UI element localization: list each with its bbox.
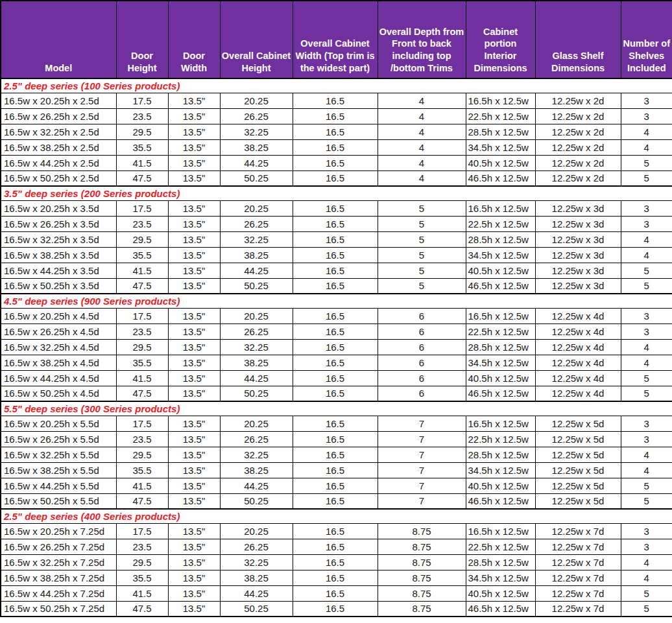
cell: 5	[621, 263, 672, 278]
cell: 35.5	[116, 462, 168, 478]
cell: 13.5"	[168, 386, 220, 401]
cell: 16.5	[293, 247, 378, 263]
section-title: 5.5" deep series (300 Series products)	[1, 401, 672, 416]
column-header-interior-dimensions: Cabinet portion Interior Dimensions	[466, 1, 535, 78]
header-row: Model Door Height Door Width Overall Cab…	[1, 1, 672, 78]
cell: 16.5w x 32.25h x 5.5d	[1, 447, 116, 462]
cell: 50.25	[220, 493, 293, 509]
cell: 16.5	[293, 339, 378, 355]
cell: 13.5"	[168, 308, 220, 323]
cell: 12.25w x 2d	[535, 170, 621, 186]
cell: 5	[621, 493, 672, 509]
cell: 13.5"	[168, 155, 220, 170]
table-row: 16.5w x 32.25h x 4.5d29.513.5"32.2516.56…	[1, 339, 672, 355]
cell: 29.5	[116, 554, 168, 570]
table-row: 16.5w x 38.25h x 5.5d35.513.5"38.2516.57…	[1, 462, 672, 478]
cell: 23.5	[116, 539, 168, 554]
cell: 16.5w x 44.25h x 4.5d	[1, 370, 116, 386]
cell: 13.5"	[168, 601, 220, 617]
cell: 16.5	[293, 155, 378, 170]
cell: 16.5	[293, 447, 378, 462]
cell: 16.5w x 50.25h x 7.25d	[1, 601, 116, 617]
cell: 50.25	[220, 278, 293, 294]
cell: 38.25	[220, 355, 293, 370]
cell: 4	[621, 124, 672, 139]
section-row: 5.5" deep series (300 Series products)	[1, 401, 672, 416]
cell: 44.25	[220, 155, 293, 170]
cell: 38.25	[220, 247, 293, 263]
cell: 41.5	[116, 155, 168, 170]
cell: 16.5	[293, 278, 378, 294]
cell: 40.5h x 12.5w	[466, 585, 535, 601]
cell: 12.25w x 3d	[535, 200, 621, 216]
cell: 12.25w x 5d	[535, 416, 621, 431]
cell: 44.25	[220, 263, 293, 278]
cell: 5	[621, 278, 672, 294]
cell: 16.5w x 26.25h x 4.5d	[1, 323, 116, 339]
table-row: 16.5w x 50.25h x 5.5d47.513.5"50.2516.57…	[1, 493, 672, 509]
cell: 3	[621, 308, 672, 323]
table-row: 16.5w x 38.25h x 4.5d35.513.5"38.2516.56…	[1, 355, 672, 370]
cell: 16.5	[293, 231, 378, 247]
cell: 13.5"	[168, 247, 220, 263]
table-row: 16.5w x 32.25h x 3.5d29.513.5"32.2516.55…	[1, 231, 672, 247]
cell: 17.5	[116, 308, 168, 323]
cell: 46.5h x 12.5w	[466, 493, 535, 509]
cell: 4	[621, 554, 672, 570]
cell: 12.25w x 2d	[535, 108, 621, 124]
cell: 16.5	[293, 355, 378, 370]
cell: 26.25	[220, 108, 293, 124]
cell: 41.5	[116, 585, 168, 601]
column-header-overall-depth: Overall Depth from Front to back includi…	[378, 1, 466, 78]
cell: 50.25	[220, 601, 293, 617]
cell: 16.5w x 50.25h x 4.5d	[1, 386, 116, 401]
cell: 44.25	[220, 585, 293, 601]
table-row: 16.5w x 32.25h x 5.5d29.513.5"32.2516.57…	[1, 447, 672, 462]
cell: 35.5	[116, 355, 168, 370]
cell: 13.5"	[168, 447, 220, 462]
cell: 3	[621, 216, 672, 231]
cell: 22.5h x 12.5w	[466, 323, 535, 339]
cell: 16.5h x 12.5w	[466, 200, 535, 216]
cell: 8.75	[378, 601, 466, 617]
cell: 38.25	[220, 462, 293, 478]
cell: 12.25w x 7d	[535, 585, 621, 601]
cell: 16.5	[293, 139, 378, 155]
cell: 16.5w x 50.25h x 5.5d	[1, 493, 116, 509]
cell: 16.5w x 44.25h x 2.5d	[1, 155, 116, 170]
cell: 23.5	[116, 216, 168, 231]
table-row: 16.5w x 32.25h x 7.25d29.513.5"32.2516.5…	[1, 554, 672, 570]
column-header-overall-cabinet-width: Overall Cabinet Width (Top trim is the w…	[293, 1, 378, 78]
cell: 28.5h x 12.5w	[466, 447, 535, 462]
cell: 26.25	[220, 216, 293, 231]
table-header: Model Door Height Door Width Overall Cab…	[1, 1, 672, 78]
cell: 35.5	[116, 570, 168, 585]
cell: 44.25	[220, 478, 293, 493]
cell: 47.5	[116, 601, 168, 617]
cell: 16.5w x 32.25h x 3.5d	[1, 231, 116, 247]
cell: 16.5h x 12.5w	[466, 308, 535, 323]
cell: 12.25w x 5d	[535, 478, 621, 493]
cell: 16.5	[293, 386, 378, 401]
cell: 8.75	[378, 570, 466, 585]
cell: 13.5"	[168, 231, 220, 247]
cell: 4	[378, 124, 466, 139]
cell: 16.5w x 32.25h x 7.25d	[1, 554, 116, 570]
cell: 38.25	[220, 570, 293, 585]
cell: 13.5"	[168, 355, 220, 370]
cell: 12.25w x 5d	[535, 447, 621, 462]
column-header-glass-shelf-dimensions: Glass Shelf Dimensions	[535, 1, 621, 78]
cell: 5	[621, 585, 672, 601]
cell: 16.5	[293, 601, 378, 617]
cell: 16.5w x 26.25h x 5.5d	[1, 431, 116, 447]
cell: 7	[378, 493, 466, 509]
cell: 13.5"	[168, 139, 220, 155]
cell: 47.5	[116, 170, 168, 186]
cell: 5	[621, 155, 672, 170]
cell: 16.5w x 38.25h x 2.5d	[1, 139, 116, 155]
cell: 29.5	[116, 447, 168, 462]
cell: 16.5	[293, 554, 378, 570]
cell: 16.5	[293, 200, 378, 216]
cell: 6	[378, 386, 466, 401]
cell: 16.5	[293, 478, 378, 493]
